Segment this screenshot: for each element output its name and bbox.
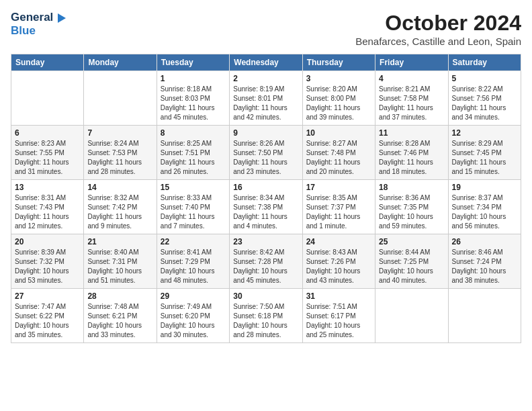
day-info: Sunrise: 8:32 AM Sunset: 7:42 PM Dayligh…: [87, 193, 152, 231]
calendar-week-row: 20Sunrise: 8:39 AM Sunset: 7:32 PM Dayli…: [11, 234, 521, 289]
calendar-week-row: 13Sunrise: 8:31 AM Sunset: 7:43 PM Dayli…: [11, 180, 521, 234]
day-info: Sunrise: 8:29 AM Sunset: 7:45 PM Dayligh…: [452, 139, 517, 177]
logo-arrow-icon: [58, 13, 66, 23]
calendar-cell: 14Sunrise: 8:32 AM Sunset: 7:42 PM Dayli…: [84, 180, 157, 234]
day-info: Sunrise: 8:27 AM Sunset: 7:48 PM Dayligh…: [306, 139, 371, 177]
weekday-header: Monday: [84, 54, 157, 71]
calendar-cell: 20Sunrise: 8:39 AM Sunset: 7:32 PM Dayli…: [11, 234, 84, 289]
day-number: 25: [379, 237, 444, 246]
calendar-cell: 15Sunrise: 8:33 AM Sunset: 7:40 PM Dayli…: [157, 180, 229, 234]
day-info: Sunrise: 8:33 AM Sunset: 7:40 PM Dayligh…: [161, 193, 226, 231]
day-info: Sunrise: 8:20 AM Sunset: 8:00 PM Dayligh…: [306, 85, 371, 122]
calendar-cell: 8Sunrise: 8:25 AM Sunset: 7:51 PM Daylig…: [157, 126, 229, 180]
day-number: 10: [306, 128, 371, 138]
calendar-week-row: 27Sunrise: 7:47 AM Sunset: 6:22 PM Dayli…: [11, 289, 521, 343]
day-number: 11: [379, 128, 444, 138]
calendar-cell: 26Sunrise: 8:46 AM Sunset: 7:24 PM Dayli…: [448, 234, 521, 289]
calendar-cell: 2Sunrise: 8:19 AM Sunset: 8:01 PM Daylig…: [230, 71, 302, 126]
day-number: 20: [15, 237, 80, 246]
calendar-cell: 4Sunrise: 8:21 AM Sunset: 7:58 PM Daylig…: [375, 71, 448, 126]
calendar-cell: 31Sunrise: 7:51 AM Sunset: 6:17 PM Dayli…: [302, 289, 375, 343]
day-number: 21: [87, 237, 152, 246]
day-info: Sunrise: 8:37 AM Sunset: 7:34 PM Dayligh…: [452, 193, 517, 231]
day-number: 5: [452, 74, 517, 83]
location-title: Benafarces, Castille and Leon, Spain: [355, 36, 521, 47]
calendar-week-row: 6Sunrise: 8:23 AM Sunset: 7:55 PM Daylig…: [11, 126, 521, 180]
weekday-header: Saturday: [448, 54, 521, 71]
calendar-cell: 23Sunrise: 8:42 AM Sunset: 7:28 PM Dayli…: [230, 234, 302, 289]
weekday-header: Wednesday: [230, 54, 302, 71]
day-number: 23: [233, 237, 298, 246]
day-number: 9: [233, 128, 298, 138]
calendar-cell: 22Sunrise: 8:41 AM Sunset: 7:29 PM Dayli…: [157, 234, 229, 289]
calendar-cell: 6Sunrise: 8:23 AM Sunset: 7:55 PM Daylig…: [11, 126, 84, 180]
calendar-cell: 24Sunrise: 8:43 AM Sunset: 7:26 PM Dayli…: [302, 234, 375, 289]
logo-general: General: [11, 11, 53, 24]
day-info: Sunrise: 8:44 AM Sunset: 7:25 PM Dayligh…: [379, 248, 444, 285]
weekday-header: Sunday: [11, 54, 84, 71]
day-info: Sunrise: 7:49 AM Sunset: 6:20 PM Dayligh…: [161, 302, 226, 340]
calendar-cell: 28Sunrise: 7:48 AM Sunset: 6:21 PM Dayli…: [84, 289, 157, 343]
day-number: 15: [161, 183, 226, 192]
day-info: Sunrise: 8:41 AM Sunset: 7:29 PM Dayligh…: [161, 248, 226, 285]
calendar-cell: [11, 71, 84, 126]
day-number: 14: [87, 183, 152, 192]
day-info: Sunrise: 8:23 AM Sunset: 7:55 PM Dayligh…: [15, 139, 80, 177]
day-number: 13: [15, 183, 80, 192]
day-number: 8: [161, 128, 226, 138]
day-number: 18: [379, 183, 444, 192]
page-header: General Blue October 2024 Benafarces, Ca…: [11, 11, 521, 47]
logo-line1: General: [11, 11, 66, 24]
day-info: Sunrise: 8:31 AM Sunset: 7:43 PM Dayligh…: [15, 193, 80, 231]
day-number: 28: [87, 291, 152, 301]
day-number: 29: [161, 291, 226, 301]
day-number: 24: [306, 237, 371, 246]
day-number: 19: [452, 183, 517, 192]
day-number: 12: [452, 128, 517, 138]
day-number: 3: [306, 74, 371, 83]
day-info: Sunrise: 8:42 AM Sunset: 7:28 PM Dayligh…: [233, 248, 298, 285]
calendar-table: SundayMondayTuesdayWednesdayThursdayFrid…: [11, 54, 521, 343]
day-info: Sunrise: 7:51 AM Sunset: 6:17 PM Dayligh…: [306, 302, 371, 340]
calendar-cell: 13Sunrise: 8:31 AM Sunset: 7:43 PM Dayli…: [11, 180, 84, 234]
calendar-cell: 21Sunrise: 8:40 AM Sunset: 7:31 PM Dayli…: [84, 234, 157, 289]
calendar-week-row: 1Sunrise: 8:18 AM Sunset: 8:03 PM Daylig…: [11, 71, 521, 126]
day-info: Sunrise: 8:36 AM Sunset: 7:35 PM Dayligh…: [379, 193, 444, 231]
calendar-cell: 9Sunrise: 8:26 AM Sunset: 7:50 PM Daylig…: [230, 126, 302, 180]
weekday-header: Tuesday: [157, 54, 229, 71]
day-info: Sunrise: 8:28 AM Sunset: 7:46 PM Dayligh…: [379, 139, 444, 177]
calendar-cell: 29Sunrise: 7:49 AM Sunset: 6:20 PM Dayli…: [157, 289, 229, 343]
day-number: 31: [306, 291, 371, 301]
calendar-cell: 5Sunrise: 8:22 AM Sunset: 7:56 PM Daylig…: [448, 71, 521, 126]
day-number: 6: [15, 128, 80, 138]
day-info: Sunrise: 8:34 AM Sunset: 7:38 PM Dayligh…: [233, 193, 298, 231]
calendar-cell: 30Sunrise: 7:50 AM Sunset: 6:18 PM Dayli…: [230, 289, 302, 343]
day-info: Sunrise: 8:19 AM Sunset: 8:01 PM Dayligh…: [233, 85, 298, 122]
day-info: Sunrise: 8:25 AM Sunset: 7:51 PM Dayligh…: [161, 139, 226, 177]
day-info: Sunrise: 7:47 AM Sunset: 6:22 PM Dayligh…: [15, 302, 80, 340]
day-number: 4: [379, 74, 444, 83]
calendar-cell: 11Sunrise: 8:28 AM Sunset: 7:46 PM Dayli…: [375, 126, 448, 180]
weekday-header: Friday: [375, 54, 448, 71]
day-number: 27: [15, 291, 80, 301]
title-section: October 2024 Benafarces, Castille and Le…: [355, 11, 521, 47]
calendar-header-row: SundayMondayTuesdayWednesdayThursdayFrid…: [11, 54, 521, 71]
calendar-cell: 16Sunrise: 8:34 AM Sunset: 7:38 PM Dayli…: [230, 180, 302, 234]
day-info: Sunrise: 7:48 AM Sunset: 6:21 PM Dayligh…: [87, 302, 152, 340]
day-info: Sunrise: 8:18 AM Sunset: 8:03 PM Dayligh…: [161, 85, 226, 122]
day-info: Sunrise: 8:24 AM Sunset: 7:53 PM Dayligh…: [87, 139, 152, 177]
day-info: Sunrise: 8:22 AM Sunset: 7:56 PM Dayligh…: [452, 85, 517, 122]
day-number: 1: [161, 74, 226, 83]
calendar-cell: 12Sunrise: 8:29 AM Sunset: 7:45 PM Dayli…: [448, 126, 521, 180]
calendar-cell: 3Sunrise: 8:20 AM Sunset: 8:00 PM Daylig…: [302, 71, 375, 126]
day-info: Sunrise: 8:35 AM Sunset: 7:37 PM Dayligh…: [306, 193, 371, 231]
calendar-cell: 18Sunrise: 8:36 AM Sunset: 7:35 PM Dayli…: [375, 180, 448, 234]
day-info: Sunrise: 8:21 AM Sunset: 7:58 PM Dayligh…: [379, 85, 444, 122]
month-title: October 2024: [355, 11, 521, 36]
day-number: 17: [306, 183, 371, 192]
calendar-cell: 10Sunrise: 8:27 AM Sunset: 7:48 PM Dayli…: [302, 126, 375, 180]
day-info: Sunrise: 8:46 AM Sunset: 7:24 PM Dayligh…: [452, 248, 517, 285]
calendar-cell: 27Sunrise: 7:47 AM Sunset: 6:22 PM Dayli…: [11, 289, 84, 343]
day-number: 16: [233, 183, 298, 192]
calendar-cell: 7Sunrise: 8:24 AM Sunset: 7:53 PM Daylig…: [84, 126, 157, 180]
